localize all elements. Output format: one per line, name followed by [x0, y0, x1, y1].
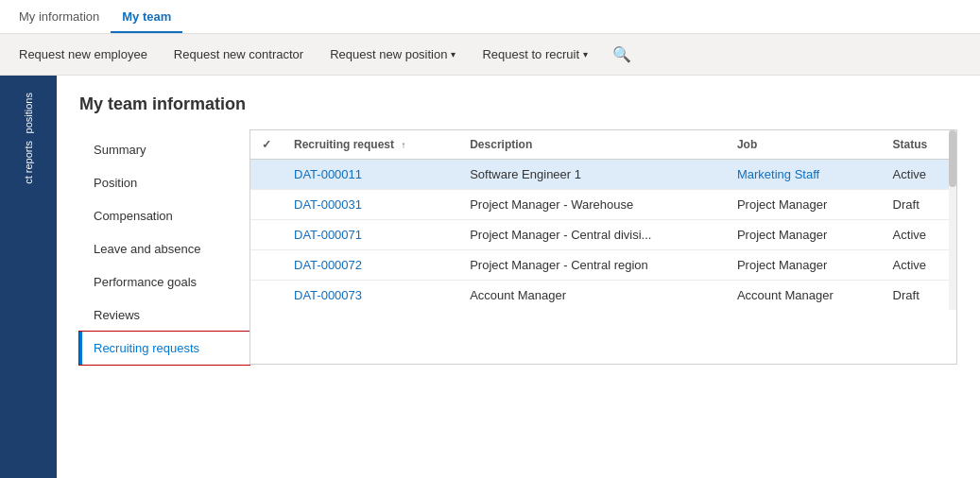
nav-performance-goals[interactable]: Performance goals — [79, 265, 249, 299]
row-check-cell — [250, 281, 283, 311]
row-status: Draft — [882, 190, 956, 220]
row-recruiting-request[interactable]: DAT-000071 — [283, 220, 458, 250]
top-tab-bar: My information My team — [0, 0, 980, 34]
row-job[interactable]: Marketing Staff — [726, 160, 882, 190]
request-new-contractor-button[interactable]: Request new contractor — [163, 42, 315, 67]
table-row[interactable]: DAT-000011Software Engineer 1Marketing S… — [250, 160, 956, 190]
content-wrapper: Summary Position Compensation Leave and … — [79, 129, 957, 365]
row-recruiting-request[interactable]: DAT-000072 — [283, 250, 458, 281]
tab-my-information[interactable]: My information — [8, 2, 111, 33]
row-check-cell — [250, 220, 283, 250]
left-sidebar: positions ct reports — [0, 76, 57, 478]
sort-icon: ↑ — [401, 140, 405, 150]
row-check-cell — [250, 160, 283, 190]
nav-position[interactable]: Position — [79, 166, 249, 199]
sidebar-reports-label: ct reports — [22, 141, 35, 184]
recruiting-requests-table: ✓ Recruiting request ↑ Description — [250, 130, 956, 310]
left-nav: Summary Position Compensation Leave and … — [79, 129, 249, 365]
row-job: Account Manager — [726, 281, 882, 311]
table-header-row: ✓ Recruiting request ↑ Description — [250, 130, 956, 160]
row-recruiting-request[interactable]: DAT-000031 — [283, 190, 458, 220]
row-status: Active — [882, 250, 956, 281]
row-status: Active — [882, 160, 956, 190]
row-job: Project Manager — [726, 190, 882, 220]
checkmark-icon: ✓ — [262, 138, 271, 151]
table-row[interactable]: DAT-000073Account ManagerAccount Manager… — [250, 281, 956, 311]
row-status: Draft — [882, 281, 956, 311]
nav-reviews[interactable]: Reviews — [79, 299, 249, 332]
nav-leave-and-absence[interactable]: Leave and absence — [79, 232, 249, 265]
nav-recruiting-requests[interactable]: Recruiting requests — [79, 332, 249, 365]
table-scroll-wrapper: ✓ Recruiting request ↑ Description — [250, 130, 956, 310]
column-status: Status — [882, 130, 956, 160]
request-new-position-button[interactable]: Request new position ▾ — [318, 42, 467, 67]
row-job: Project Manager — [726, 220, 882, 250]
sidebar-positions-label: positions — [22, 93, 35, 133]
search-icon: 🔍 — [612, 46, 631, 62]
column-recruiting-request[interactable]: Recruiting request ↑ — [283, 130, 458, 160]
row-check-cell — [250, 190, 283, 220]
page-title: My team information — [79, 94, 957, 114]
table-row[interactable]: DAT-000072Project Manager - Central regi… — [250, 250, 956, 281]
nav-summary[interactable]: Summary — [79, 133, 249, 166]
row-description: Software Engineer 1 — [458, 160, 726, 190]
nav-compensation[interactable]: Compensation — [79, 199, 249, 232]
row-job: Project Manager — [726, 250, 882, 281]
chevron-down-icon: ▾ — [451, 49, 456, 60]
row-recruiting-request[interactable]: DAT-000073 — [283, 281, 458, 311]
main-content: positions ct reports My team information… — [0, 76, 980, 478]
table-row[interactable]: DAT-000071Project Manager - Central divi… — [250, 220, 956, 250]
row-description: Project Manager - Warehouse — [458, 190, 726, 220]
row-recruiting-request[interactable]: DAT-000011 — [283, 160, 458, 190]
column-check: ✓ — [250, 130, 283, 160]
tab-my-team[interactable]: My team — [111, 2, 182, 33]
column-description: Description — [458, 130, 726, 160]
request-new-employee-button[interactable]: Request new employee — [8, 42, 159, 67]
table-container: ✓ Recruiting request ↑ Description — [249, 129, 957, 365]
table-row[interactable]: DAT-000031Project Manager - WarehousePro… — [250, 190, 956, 220]
row-status: Active — [882, 220, 956, 250]
row-description: Account Manager — [458, 281, 726, 311]
action-bar: Request new employee Request new contrac… — [0, 34, 980, 76]
scrollbar-track[interactable] — [949, 130, 956, 310]
row-check-cell — [250, 250, 283, 281]
chevron-down-icon: ▾ — [583, 49, 588, 60]
search-button[interactable]: 🔍 — [607, 40, 637, 69]
column-job: Job — [726, 130, 882, 160]
row-description: Project Manager - Central divisi... — [458, 220, 726, 250]
page-area: My team information Summary Position Com… — [57, 76, 980, 478]
row-description: Project Manager - Central region — [458, 250, 726, 281]
scrollbar-thumb[interactable] — [949, 130, 956, 187]
request-to-recruit-button[interactable]: Request to recruit ▾ — [471, 42, 599, 67]
